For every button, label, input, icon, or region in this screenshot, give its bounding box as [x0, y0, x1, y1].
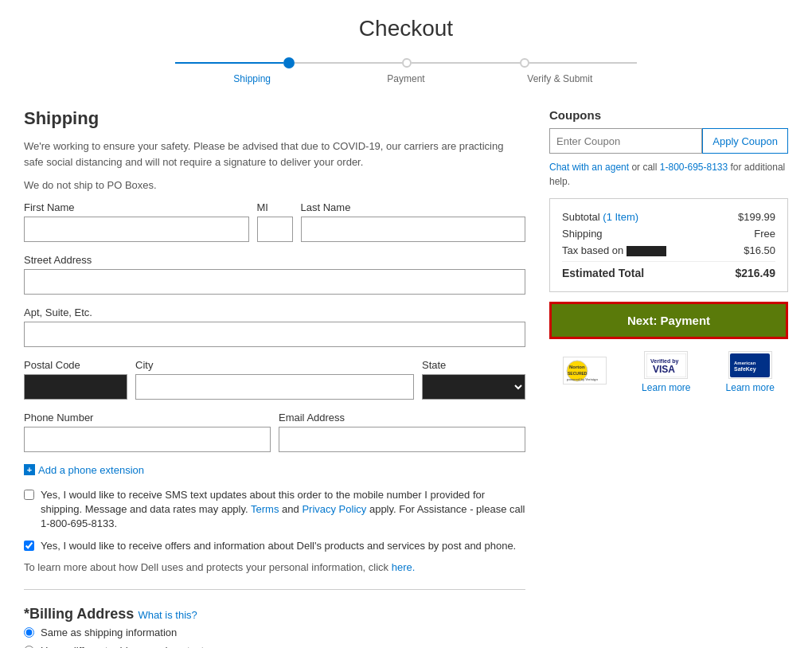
progress-visual	[175, 57, 637, 68]
chat-agent-link[interactable]: Chat with an agent	[549, 162, 629, 173]
estimated-total-row: Estimated Total $216.49	[562, 261, 775, 279]
subtotal-value: $199.99	[738, 211, 775, 223]
sms-terms-link[interactable]: Terms	[251, 503, 279, 515]
form-section: Shipping We're working to ensure your sa…	[24, 108, 525, 648]
progress-line-2	[295, 62, 403, 64]
trust-badges: Norton SECURED powered by Verisign Verif…	[549, 351, 788, 393]
norton-icon: Norton SECURED powered by Verisign	[565, 359, 605, 383]
postal-label: Postal Code	[24, 359, 127, 371]
tax-value: $16.50	[744, 244, 775, 256]
email-input[interactable]	[279, 427, 525, 452]
sms-checkbox-row: Yes, I would like to receive SMS text up…	[24, 488, 525, 532]
order-summary: Subtotal (1 Item) $199.99 Shipping Free …	[549, 198, 788, 292]
progress-container: Shipping Payment Verify & Submit	[24, 57, 788, 84]
step-label-payment: Payment	[329, 73, 482, 84]
progress-dot-shipping	[283, 57, 295, 68]
step-label-verify: Verify & Submit	[483, 73, 637, 84]
coupons-section: Coupons Apply Coupon Chat with an agent …	[549, 108, 788, 189]
state-group: State	[422, 359, 525, 400]
name-row: First Name MI Last Name	[24, 201, 525, 242]
apt-label: Apt, Suite, Etc.	[24, 306, 525, 318]
coupon-input-row: Apply Coupon	[549, 128, 788, 154]
svg-text:Norton: Norton	[569, 365, 585, 369]
estimated-value: $216.49	[735, 267, 775, 279]
first-name-label: First Name	[24, 201, 249, 213]
plus-icon: +	[24, 464, 35, 475]
progress-dot-payment	[402, 58, 412, 68]
visa-badge: Verified by VISA Learn more	[642, 351, 690, 393]
visa-logo: Verified by VISA	[644, 351, 688, 379]
estimated-label: Estimated Total	[562, 267, 644, 279]
dell-here-link[interactable]: here.	[392, 561, 416, 573]
phone-group: Phone Number	[24, 412, 271, 452]
first-name-input[interactable]	[24, 217, 249, 242]
sidebar: Coupons Apply Coupon Chat with an agent …	[549, 108, 788, 393]
location-row: Postal Code City State	[24, 359, 525, 400]
billing-different-row: Use a different address and contact	[24, 645, 525, 648]
tax-label: Tax based on	[562, 244, 666, 256]
offers-label: Yes, I would like to receive offers and …	[41, 539, 516, 553]
progress-line-1	[175, 62, 283, 64]
email-label: Email Address	[279, 412, 525, 424]
last-name-input[interactable]	[301, 217, 526, 242]
mi-input[interactable]	[257, 217, 293, 242]
phone-label: Phone Number	[24, 412, 271, 424]
street-label: Street Address	[24, 254, 525, 266]
tax-row: Tax based on $16.50	[562, 244, 775, 256]
apt-input[interactable]	[24, 322, 525, 347]
postal-input[interactable]	[24, 374, 127, 400]
svg-rect-7	[730, 353, 770, 377]
subtotal-row: Subtotal (1 Item) $199.99	[562, 211, 775, 223]
notice-po-box: We do not ship to PO Boxes.	[24, 178, 525, 193]
state-select[interactable]	[422, 374, 525, 400]
coupon-input[interactable]	[549, 128, 702, 154]
billing-title-text: *Billing Address	[24, 606, 134, 622]
phone-input[interactable]	[24, 427, 271, 452]
city-group: City	[135, 359, 414, 400]
chat-phone-link[interactable]: 1-800-695-8133	[660, 162, 728, 173]
safekey-badge: American SafeKey Learn more	[726, 351, 775, 393]
apply-coupon-button[interactable]: Apply Coupon	[702, 128, 788, 154]
offers-checkbox[interactable]	[24, 541, 34, 551]
main-layout: Shipping We're working to ensure your sa…	[24, 108, 788, 648]
email-group: Email Address	[279, 412, 525, 452]
billing-title: *Billing Address What is this?	[24, 606, 525, 623]
billing-address-section: *Billing Address What is this? Same as s…	[24, 606, 525, 648]
last-name-label: Last Name	[301, 201, 526, 213]
mi-label: MI	[257, 201, 293, 213]
billing-same-label: Same as shipping information	[41, 627, 177, 638]
billing-same-radio[interactable]	[24, 627, 34, 638]
visa-learn-more[interactable]: Learn more	[642, 382, 690, 393]
shipping-row: Shipping Free	[562, 228, 775, 240]
first-name-group: First Name	[24, 201, 249, 242]
sms-label: Yes, I would like to receive SMS text up…	[41, 488, 525, 532]
notice-covid: We're working to ensure your safety. Ple…	[24, 139, 525, 170]
sms-privacy-link[interactable]: Privacy Policy	[302, 503, 366, 515]
safekey-logo: American SafeKey	[728, 351, 772, 379]
street-group: Street Address	[24, 254, 525, 295]
page-title: Checkout	[24, 16, 788, 41]
svg-text:VISA: VISA	[653, 364, 675, 375]
postal-group: Postal Code	[24, 359, 127, 400]
add-phone-ext-label: Add a phone extension	[38, 464, 144, 476]
street-input[interactable]	[24, 269, 525, 295]
billing-what-is[interactable]: What is this?	[138, 609, 197, 621]
shipping-row-value: Free	[754, 228, 775, 240]
add-phone-ext[interactable]: + Add a phone extension	[24, 464, 525, 476]
norton-logo: Norton SECURED powered by Verisign	[563, 357, 607, 385]
step-label-shipping: Shipping	[175, 73, 329, 84]
safekey-learn-more[interactable]: Learn more	[726, 382, 775, 393]
step-labels: Shipping Payment Verify & Submit	[175, 73, 637, 84]
svg-text:American: American	[734, 361, 756, 365]
next-payment-button[interactable]: Next: Payment	[549, 302, 788, 339]
dell-privacy-text: To learn more about how Dell uses and pr…	[24, 561, 525, 573]
progress-line-3	[412, 62, 520, 64]
sms-and: and	[282, 503, 299, 515]
tax-redacted	[627, 246, 666, 256]
shipping-row-label: Shipping	[562, 228, 603, 240]
items-link[interactable]: (1 Item)	[603, 211, 638, 223]
svg-text:powered by Verisign: powered by Verisign	[567, 377, 598, 381]
sms-checkbox[interactable]	[24, 490, 34, 500]
city-label: City	[135, 359, 414, 371]
city-input[interactable]	[135, 374, 414, 400]
